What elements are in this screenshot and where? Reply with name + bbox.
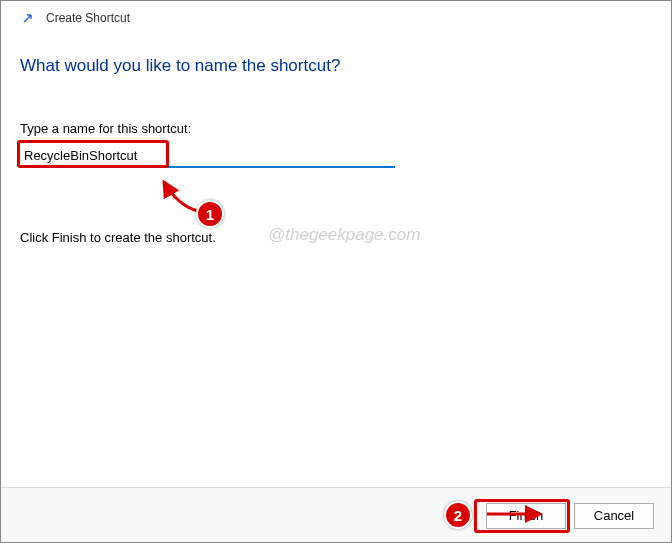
finish-button[interactable]: Finish	[486, 503, 566, 529]
dialog-header: Create Shortcut	[0, 0, 672, 26]
page-title: What would you like to name the shortcut…	[20, 56, 652, 76]
dialog-title: Create Shortcut	[46, 11, 130, 25]
finish-button-wrapper: Finish	[478, 503, 566, 529]
instruction-text: Click Finish to create the shortcut.	[20, 230, 652, 245]
cancel-button[interactable]: Cancel	[574, 503, 654, 529]
input-label: Type a name for this shortcut:	[20, 121, 652, 136]
dialog-content: What would you like to name the shortcut…	[0, 26, 672, 245]
shortcut-name-input[interactable]	[20, 144, 395, 168]
dialog-footer: Finish Cancel	[0, 487, 672, 543]
shortcut-arrow-icon	[20, 10, 36, 26]
input-wrapper	[20, 144, 395, 168]
